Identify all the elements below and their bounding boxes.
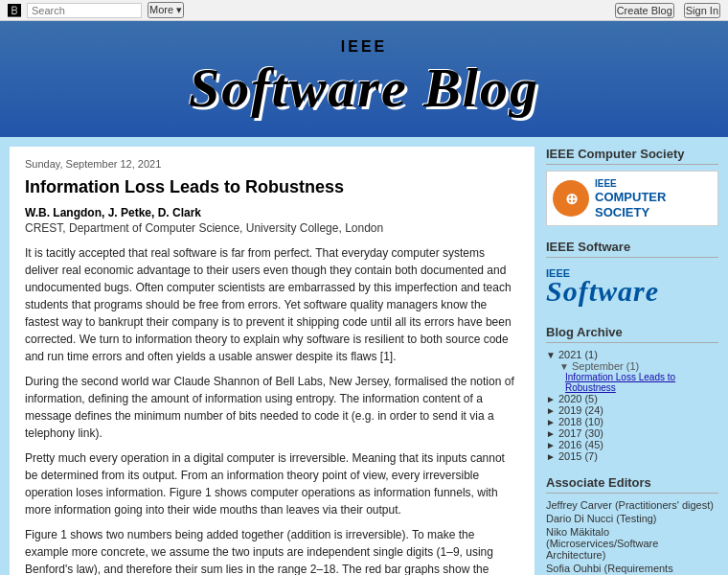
paragraph-1: It is tacitly accepted that real softwar… [25, 244, 519, 365]
sw-section-title: IEEE Software [546, 240, 718, 258]
post-authors: W.B. Langdon, J. Petke, D. Clark [25, 206, 519, 219]
topbar-right: Create Blog Sign In [615, 3, 720, 18]
editor-3: Niko Mäkitalo (Microservices/Software Ar… [546, 526, 718, 561]
year-2020-label: 2020 (5) [558, 393, 598, 404]
year-2019-label: 2019 (24) [558, 404, 603, 416]
sw-logo-title: Software [546, 275, 659, 307]
blog-ieee-label: IEEE [10, 38, 718, 56]
editor-2: Dario Di Nucci (Testing) [546, 513, 718, 524]
arrow-icon-2016: ► [546, 440, 556, 450]
arrow-icon-2018: ► [546, 417, 556, 427]
year-2016-label: 2016 (45) [558, 439, 603, 450]
archive-year-2020[interactable]: ► 2020 (5) [546, 393, 718, 404]
cs-ieee-label: IEEE [595, 178, 617, 189]
editors-section: Associate Editors Jeffrey Carver (Practi… [546, 475, 718, 575]
blogger-icon: 🅱 [8, 3, 21, 18]
post-body: It is tacitly accepted that real softwar… [25, 244, 519, 575]
topbar: 🅱 More ▾ Create Blog Sign In [0, 0, 728, 21]
archive-post-link-1[interactable]: Information Loss Leads to Robustness [565, 372, 718, 393]
archive-year-2021[interactable]: ▼ 2021 (1) ▼ September (1) Information L… [546, 349, 718, 393]
cs-logo-box[interactable]: ⊕ IEEE COMPUTER SOCIETY [546, 171, 718, 226]
editor-1: Jeffrey Carver (Practitioners' digest) [546, 499, 718, 511]
post-affiliation: CREST, Department of Computer Science, U… [25, 221, 519, 235]
sw-section: IEEE Software IEEE Software [546, 240, 718, 311]
main-container: Sunday, September 12, 2021 Information L… [0, 137, 728, 575]
paragraph-4: Figure 1 shows two numbers being added t… [25, 526, 519, 575]
cs-section-title: IEEE Computer Society [546, 147, 718, 165]
archive-year-2015[interactable]: ► 2015 (7) [546, 450, 718, 462]
year-2018-label: 2018 (10) [558, 416, 603, 427]
archive-year-2017[interactable]: ► 2017 (30) [546, 427, 718, 439]
post-date: Sunday, September 12, 2021 [25, 158, 519, 170]
editor-list: Jeffrey Carver (Practitioners' digest) D… [546, 499, 718, 575]
blog-title: Software Blog [10, 56, 718, 120]
cs-society-label: SOCIETY [595, 205, 649, 219]
cs-section: IEEE Computer Society ⊕ IEEE COMPUTER SO… [546, 147, 718, 226]
arrow-down-icon-2021: ▼ [546, 350, 556, 360]
content-area: Sunday, September 12, 2021 Information L… [10, 147, 535, 575]
archive-section: Blog Archive ▼ 2021 (1) ▼ September (1) … [546, 325, 718, 462]
arrow-month-icon: ▼ [559, 361, 569, 372]
archive-year-2019[interactable]: ► 2019 (24) [546, 404, 718, 416]
more-button[interactable]: More ▾ [148, 2, 184, 18]
year-2021-label: 2021 (1) [558, 349, 598, 360]
editor-4: Sofia Ouhbi (Requirements Engineering an… [546, 563, 718, 575]
sign-in-button[interactable]: Sign In [684, 3, 720, 18]
sidebar: IEEE Computer Society ⊕ IEEE COMPUTER SO… [546, 147, 718, 575]
create-blog-button[interactable]: Create Blog [615, 3, 674, 18]
arrow-icon-2017: ► [546, 428, 556, 439]
topbar-left: 🅱 More ▾ [8, 2, 184, 18]
blog-header: IEEE Software Blog [0, 21, 728, 137]
post-title: Information Loss Leads to Robustness [25, 177, 519, 198]
arrow-icon-2020: ► [546, 394, 556, 404]
paragraph-3: Pretty much every operation in a digital… [25, 449, 519, 518]
archive-title: Blog Archive [546, 325, 718, 343]
archive-month-sep[interactable]: ▼ September (1) [559, 360, 718, 372]
cs-logo-icon: ⊕ [553, 180, 589, 217]
archive-year-2018[interactable]: ► 2018 (10) [546, 416, 718, 427]
arrow-icon-2015: ► [546, 451, 556, 462]
cs-logo-text: IEEE COMPUTER SOCIETY [595, 177, 666, 219]
year-2015-label: 2015 (7) [558, 450, 598, 462]
paragraph-2: During the second world war Claude Shann… [25, 373, 519, 442]
archive-year-2016[interactable]: ► 2016 (45) [546, 439, 718, 450]
sw-logo-box[interactable]: IEEE Software [546, 264, 718, 311]
arrow-icon-2019: ► [546, 405, 556, 416]
cs-computer-label: COMPUTER [595, 190, 666, 204]
year-2017-label: 2017 (30) [558, 427, 603, 439]
archive-list: ▼ 2021 (1) ▼ September (1) Information L… [546, 349, 718, 462]
editors-title: Associate Editors [546, 475, 718, 494]
search-input[interactable] [27, 3, 142, 18]
